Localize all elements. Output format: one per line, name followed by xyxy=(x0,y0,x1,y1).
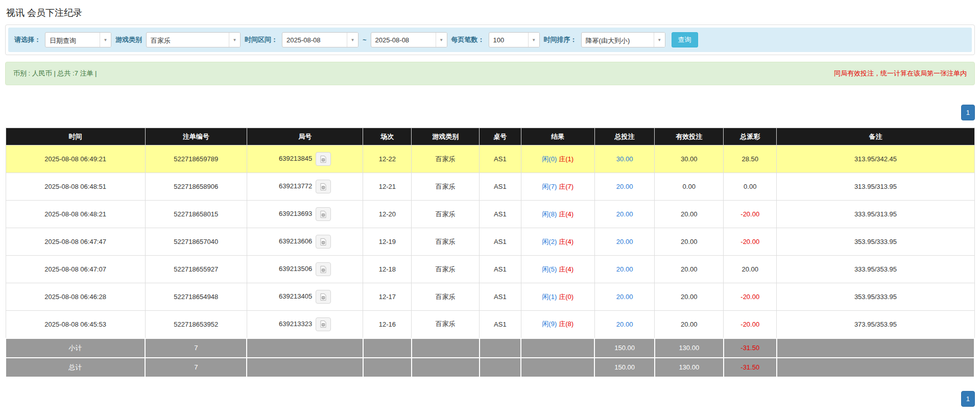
page-1-button[interactable]: 1 xyxy=(961,391,975,407)
page-size-select[interactable]: 100 ▼ xyxy=(489,32,540,47)
total-bet-link[interactable]: 30.00 xyxy=(616,155,633,163)
total-bet-link[interactable]: 20.00 xyxy=(616,265,633,273)
date-from-select[interactable]: 2025-08-08 ▼ xyxy=(282,32,358,47)
date-to-select[interactable]: 2025-08-08 ▼ xyxy=(371,32,447,47)
pagination-top: 1 xyxy=(5,105,975,120)
cell-note: 313.95/313.95 xyxy=(777,173,974,201)
table-row: 2025-08-08 06:48:51 522718658906 6392137… xyxy=(6,173,974,201)
cell-result: 闲(1)庄(0) xyxy=(521,283,594,311)
filter-panel: 请选择： 日期查询 ▼ 游戏类别 百家乐 ▼ 时间区间： 2025-08-08 … xyxy=(5,24,975,55)
total-bet-link[interactable]: 20.00 xyxy=(616,238,633,245)
cell-round-no: 639213845 xyxy=(247,145,363,173)
total-payout: -31.50 xyxy=(724,358,777,377)
round-number: 639213845 xyxy=(279,155,312,162)
total-row: 总计 7 150.00 130.00 -31.50 xyxy=(6,358,974,377)
cell-table-no: AS1 xyxy=(480,145,521,173)
header-row: 时间 注单编号 局号 场次 游戏类别 桌号 结果 总投注 有效投注 总派彩 备注 xyxy=(6,128,974,145)
pagination-bottom: 1 xyxy=(5,391,975,407)
cell-time: 2025-08-08 06:47:07 xyxy=(6,256,145,283)
page-size-label: 每页笔数： xyxy=(451,35,485,44)
summary-body: 小计 7 150.00 130.00 -31.50 总计 7 150.00 13… xyxy=(6,338,974,377)
table-row: 2025-08-08 06:47:47 522718657040 6392136… xyxy=(6,228,974,256)
query-type-value: 日期查询 xyxy=(45,33,100,47)
total-bet-link[interactable]: 20.00 xyxy=(616,210,633,218)
col-header-round-no: 局号 xyxy=(247,128,363,145)
tilde-separator: ~ xyxy=(363,36,367,44)
cell-payout: -20.00 xyxy=(724,228,777,256)
cell-bet-no: 522718657040 xyxy=(145,228,247,256)
result-banker: 庄(0) xyxy=(559,293,573,301)
cell-result: 闲(2)庄(4) xyxy=(521,228,594,256)
cell-valid-bet: 20.00 xyxy=(655,201,724,228)
cell-valid-bet: 20.00 xyxy=(655,256,724,283)
cell-game-type: 百家乐 xyxy=(412,283,480,311)
result-player: 闲(8) xyxy=(542,210,557,218)
cell-table-no: AS1 xyxy=(480,228,521,256)
chevron-down-icon[interactable]: ▼ xyxy=(100,33,111,47)
bet-records-table: 时间 注单编号 局号 场次 游戏类别 桌号 结果 总投注 有效投注 总派彩 备注… xyxy=(5,128,975,378)
chevron-down-icon[interactable]: ▼ xyxy=(528,33,539,47)
query-type-select[interactable]: 日期查询 ▼ xyxy=(45,32,111,47)
chevron-down-icon[interactable]: ▼ xyxy=(347,33,358,47)
cell-total-bet: 20.00 xyxy=(594,283,655,311)
cell-time: 2025-08-08 06:48:51 xyxy=(6,173,145,201)
page-1-button[interactable]: 1 xyxy=(961,105,975,120)
cell-table-no: AS1 xyxy=(480,311,521,338)
col-header-game-type: 游戏类别 xyxy=(412,128,480,145)
page-title: 视讯 会员下注纪录 xyxy=(6,7,974,19)
game-type-value: 百家乐 xyxy=(147,33,229,47)
cell-total-bet: 20.00 xyxy=(594,311,655,338)
video-replay-button[interactable] xyxy=(316,262,331,276)
cell-valid-bet: 20.00 xyxy=(655,283,724,311)
cell-table-no: AS1 xyxy=(480,283,521,311)
col-header-note: 备注 xyxy=(777,128,974,145)
cell-time: 2025-08-08 06:46:28 xyxy=(6,283,145,311)
game-type-label: 游戏类别 xyxy=(115,35,142,44)
summary-bar: 币别 : 人民币 | 总共 :7 注单 | 同局有效投注，统一计算在该局第一张注… xyxy=(5,62,975,85)
cell-round-no: 639213405 xyxy=(247,283,363,311)
cell-bet-no: 522718653952 xyxy=(145,311,247,338)
cell-total-bet: 20.00 xyxy=(594,201,655,228)
video-replay-button[interactable] xyxy=(316,207,331,221)
video-replay-button[interactable] xyxy=(316,235,331,249)
video-replay-button[interactable] xyxy=(316,317,331,331)
search-button[interactable]: 查询 xyxy=(672,32,698,47)
col-header-bet-no: 注单编号 xyxy=(145,128,247,145)
chevron-down-icon[interactable]: ▼ xyxy=(436,33,447,47)
subtotal-row: 小计 7 150.00 130.00 -31.50 xyxy=(6,338,974,358)
video-replay-button[interactable] xyxy=(316,290,331,304)
table-header: 时间 注单编号 局号 场次 游戏类别 桌号 结果 总投注 有效投注 总派彩 备注 xyxy=(6,128,974,145)
cell-valid-bet: 0.00 xyxy=(655,173,724,201)
total-bet-link[interactable]: 20.00 xyxy=(616,321,633,328)
cell-game-type: 百家乐 xyxy=(412,201,480,228)
sort-select[interactable]: 降幂(由大到小) ▼ xyxy=(581,32,665,47)
cell-note: 333.95/353.95 xyxy=(777,256,974,283)
result-player: 闲(2) xyxy=(542,238,557,245)
video-replay-button[interactable] xyxy=(316,152,331,166)
cell-bet-no: 522718658906 xyxy=(145,173,247,201)
table-row: 2025-08-08 06:45:53 522718653952 6392133… xyxy=(6,311,974,338)
video-file-icon xyxy=(319,238,327,246)
cell-bet-no: 522718655927 xyxy=(145,256,247,283)
cell-game-type: 百家乐 xyxy=(412,145,480,173)
game-type-select[interactable]: 百家乐 ▼ xyxy=(146,32,241,47)
filter-bar: 请选择： 日期查询 ▼ 游戏类别 百家乐 ▼ 时间区间： 2025-08-08 … xyxy=(8,28,972,52)
subtotal-valid-bet: 130.00 xyxy=(655,338,724,358)
cell-session: 12-19 xyxy=(363,228,412,256)
table-body: 2025-08-08 06:49:21 522718659789 6392138… xyxy=(6,145,974,338)
cell-total-bet: 20.00 xyxy=(594,173,655,201)
cell-result: 闲(5)庄(4) xyxy=(521,256,594,283)
chevron-down-icon[interactable]: ▼ xyxy=(229,33,240,47)
result-banker: 庄(4) xyxy=(559,210,573,218)
col-header-payout: 总派彩 xyxy=(724,128,777,145)
sort-label: 时间排序： xyxy=(544,35,577,44)
chevron-down-icon[interactable]: ▼ xyxy=(654,33,665,47)
cell-total-bet: 30.00 xyxy=(594,145,655,173)
total-bet-link[interactable]: 20.00 xyxy=(616,293,633,301)
total-bet-link[interactable]: 20.00 xyxy=(616,183,633,190)
video-replay-button[interactable] xyxy=(316,180,331,193)
cell-session: 12-22 xyxy=(363,145,412,173)
video-file-icon xyxy=(319,265,327,274)
result-player: 闲(7) xyxy=(542,183,557,190)
cell-payout: 28.50 xyxy=(724,145,777,173)
